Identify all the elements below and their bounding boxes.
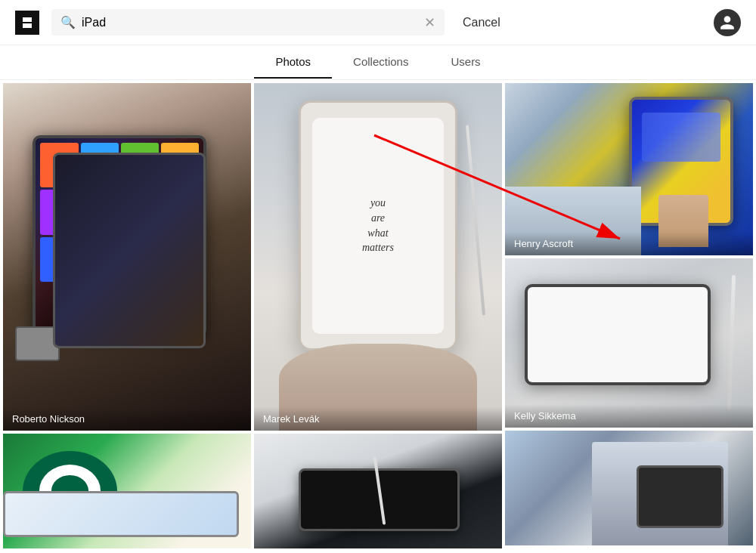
header: 🔍 ✕ Cancel	[0, 0, 756, 45]
avatar[interactable]	[714, 9, 741, 36]
photo-col-1: Roberto Nickson	[3, 83, 251, 550]
photo-item[interactable]	[3, 434, 251, 548]
search-bar: 🔍 ✕	[51, 9, 445, 36]
photo-item[interactable]: Kelly Sikkema	[505, 258, 753, 428]
svg-rect-0	[15, 11, 39, 35]
tab-photos[interactable]: Photos	[254, 46, 332, 79]
photo-col-3: Henry Ascroft Kelly Sikkema	[505, 83, 753, 550]
photo-caption: Henry Ascroft	[505, 232, 753, 255]
photo-item[interactable]	[505, 431, 753, 545]
photo-item[interactable]: Henry Ascroft	[505, 83, 753, 255]
tabs-bar: Photos Collections Users	[0, 45, 756, 80]
photo-caption: Marek Levák	[254, 407, 502, 431]
photo-caption: Kelly Sikkema	[505, 404, 753, 428]
unsplash-logo[interactable]	[15, 11, 39, 35]
search-icon: 🔍	[60, 15, 76, 29]
tab-collections[interactable]: Collections	[332, 46, 429, 79]
cancel-button[interactable]: Cancel	[457, 13, 507, 32]
tab-users[interactable]: Users	[429, 46, 501, 79]
photo-item[interactable]: youarewhatmatters Marek Levák	[254, 83, 502, 431]
photo-item[interactable]	[254, 434, 502, 548]
photo-caption: Roberto Nickson	[3, 407, 251, 431]
search-input[interactable]	[82, 16, 418, 29]
photo-item[interactable]: Roberto Nickson	[3, 83, 251, 431]
clear-icon[interactable]: ✕	[424, 16, 435, 29]
photo-grid: Roberto Nickson	[0, 80, 756, 553]
content-area: Roberto Nickson	[0, 80, 756, 553]
photo-col-2: youarewhatmatters Marek Levák	[254, 83, 502, 550]
